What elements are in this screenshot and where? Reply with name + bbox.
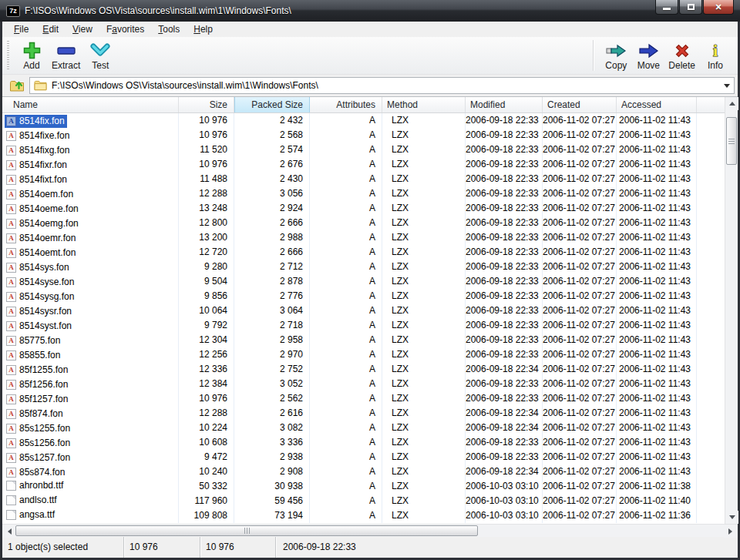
- close-button[interactable]: ✕: [703, 0, 734, 15]
- table-row[interactable]: A85855.fon12 2562 970ALZX2006-09-18 22:3…: [2, 347, 725, 362]
- file-entry[interactable]: A85s1256.fon: [5, 437, 72, 450]
- column-header-attr[interactable]: Attributes: [310, 97, 382, 112]
- menu-item-help[interactable]: Help: [187, 22, 220, 37]
- file-entry[interactable]: A8514syse.fon: [5, 276, 76, 289]
- file-entry[interactable]: A8514fixr.fon: [5, 159, 69, 172]
- menu-item-tools[interactable]: Tools: [151, 22, 187, 37]
- address-dropdown-icon[interactable]: [724, 84, 730, 88]
- table-row[interactable]: A85f874.fon12 2882 616ALZX2006-09-18 22:…: [2, 406, 725, 421]
- table-row[interactable]: A8514sys.fon9 2802 712ALZX2006-09-18 22:…: [2, 260, 725, 274]
- table-row[interactable]: A8514syse.fon9 5042 878ALZX2006-09-18 22…: [2, 274, 725, 289]
- file-entry[interactable]: ahronbd.ttf: [5, 479, 66, 492]
- vertical-scroll-thumb[interactable]: [726, 117, 737, 165]
- add-button[interactable]: Add: [15, 39, 48, 72]
- table-row[interactable]: angsa.ttf109 80873 194ALZX2006-10-03 03:…: [2, 508, 725, 523]
- file-entry[interactable]: A8514syst.fon: [5, 320, 74, 333]
- copy-button[interactable]: Copy: [600, 39, 632, 72]
- title-bar[interactable]: 7z F:\ISOs\Windows OS\Vista\sources\inst…: [0, 0, 740, 22]
- scroll-left-button[interactable]: [3, 525, 16, 538]
- cell-created: 2006-11-02 07:27: [543, 494, 617, 508]
- table-row[interactable]: A85f1256.fon12 3843 052ALZX2006-09-18 22…: [2, 377, 725, 391]
- file-entry[interactable]: A85775.fon: [5, 334, 62, 347]
- file-entry[interactable]: A8514fixg.fon: [5, 144, 72, 157]
- vertical-scrollbar[interactable]: [725, 97, 738, 524]
- scroll-down-button[interactable]: [725, 511, 738, 524]
- table-row[interactable]: A8514oemt.fon12 7202 666ALZX2006-09-18 2…: [2, 245, 725, 260]
- delete-button[interactable]: Delete: [664, 39, 699, 72]
- cell-attr: A: [310, 377, 382, 391]
- file-entry[interactable]: A8514oemr.fon: [5, 232, 78, 245]
- file-entry[interactable]: A85f874.fon: [5, 407, 66, 421]
- address-combo[interactable]: F:\ISOs\Windows OS\Vista\sources\install…: [29, 77, 735, 94]
- maximize-button[interactable]: [679, 0, 702, 15]
- file-entry[interactable]: A8514fixt.fon: [5, 173, 69, 186]
- table-row[interactable]: A8514sysg.fon9 8562 776ALZX2006-09-18 22…: [2, 289, 725, 303]
- file-entry[interactable]: A8514sysg.fon: [5, 290, 76, 303]
- file-entry[interactable]: A8514sysr.fon: [5, 305, 74, 318]
- menu-item-view[interactable]: View: [66, 22, 99, 37]
- table-row[interactable]: A8514fixe.fon10 9762 568ALZX2006-09-18 2…: [2, 128, 725, 143]
- extract-button[interactable]: Extract: [48, 39, 84, 72]
- table-row[interactable]: A85f1257.fon10 9762 562ALZX2006-09-18 22…: [2, 391, 725, 406]
- file-entry[interactable]: A8514oeme.fon: [5, 203, 81, 216]
- test-button[interactable]: Test: [84, 39, 116, 72]
- column-header-packed[interactable]: Packed Size: [234, 97, 310, 112]
- table-row[interactable]: A8514sysr.fon10 0643 064ALZX2006-09-18 2…: [2, 303, 725, 318]
- file-entry[interactable]: A8514fixe.fon: [5, 129, 72, 143]
- table-row[interactable]: A8514fix.fon10 9762 432ALZX2006-09-18 22…: [2, 113, 725, 128]
- table-row[interactable]: A85s1255.fon10 2243 082ALZX2006-09-18 22…: [2, 421, 725, 435]
- move-button[interactable]: Move: [632, 39, 664, 72]
- file-entry[interactable]: A8514oem.fon: [5, 188, 76, 201]
- file-entry[interactable]: A85f1256.fon: [5, 378, 70, 391]
- file-entry[interactable]: andlso.ttf: [5, 494, 59, 507]
- menu-item-edit[interactable]: Edit: [35, 22, 66, 37]
- table-row[interactable]: A8514oem.fon12 2883 056ALZX2006-09-18 22…: [2, 186, 725, 201]
- column-header-method[interactable]: Method: [382, 97, 466, 112]
- cell-accessed: 2006-11-02 11:36: [617, 508, 697, 523]
- cell-size: 13 200: [179, 230, 234, 245]
- scroll-up-button[interactable]: [725, 97, 738, 110]
- cell-size: 10 976: [179, 157, 234, 172]
- table-row[interactable]: A8514fixr.fon10 9762 676ALZX2006-09-18 2…: [2, 157, 725, 172]
- info-button[interactable]: i Info: [699, 39, 732, 72]
- column-header-accessed[interactable]: Accessed: [617, 97, 697, 112]
- table-row[interactable]: A85s1257.fon9 4722 938ALZX2006-09-18 22:…: [2, 450, 725, 464]
- file-entry[interactable]: A8514oemg.fon: [5, 217, 81, 230]
- table-row[interactable]: A85775.fon12 3042 958ALZX2006-09-18 22:3…: [2, 333, 725, 347]
- table-row[interactable]: A85s1256.fon10 6083 336ALZX2006-09-18 22…: [2, 435, 725, 450]
- file-entry[interactable]: A85855.fon: [5, 349, 62, 362]
- file-entry[interactable]: A85s1257.fon: [5, 451, 72, 464]
- menu-item-file[interactable]: File: [7, 22, 35, 37]
- cell-method: LZX: [382, 494, 466, 508]
- table-row[interactable]: andlso.ttf117 96059 456ALZX2006-10-03 03…: [2, 494, 725, 508]
- file-entry[interactable]: A85s874.fon: [5, 466, 67, 479]
- table-row[interactable]: A8514fixt.fon11 4882 430ALZX2006-09-18 2…: [2, 172, 725, 186]
- table-row[interactable]: A8514fixg.fon11 5202 574ALZX2006-09-18 2…: [2, 143, 725, 157]
- file-entry[interactable]: A8514sys.fon: [5, 261, 72, 274]
- cell-created: 2006-11-02 07:27: [543, 318, 617, 333]
- horizontal-scroll-thumb[interactable]: [15, 525, 478, 536]
- file-entry[interactable]: A85f1257.fon: [5, 393, 70, 406]
- scroll-right-button[interactable]: [724, 525, 737, 538]
- up-level-button[interactable]: [6, 77, 27, 95]
- table-row[interactable]: A8514oeme.fon13 2482 924ALZX2006-09-18 2…: [2, 201, 725, 216]
- toolbar-grip[interactable]: [7, 41, 9, 70]
- file-entry[interactable]: A8514oemt.fon: [5, 246, 78, 260]
- table-row[interactable]: A8514syst.fon9 7922 718ALZX2006-09-18 22…: [2, 318, 725, 333]
- column-header-created[interactable]: Created: [543, 97, 617, 112]
- table-row[interactable]: A85f1255.fon12 3362 752ALZX2006-09-18 22…: [2, 362, 725, 377]
- table-row[interactable]: A8514oemg.fon12 8002 666ALZX2006-09-18 2…: [2, 216, 725, 230]
- table-row[interactable]: ahronbd.ttf50 33230 938ALZX2006-10-03 03…: [2, 479, 725, 494]
- table-row[interactable]: A85s874.fon10 2402 908ALZX2006-09-18 22:…: [2, 464, 725, 479]
- column-header-name[interactable]: Name: [2, 97, 179, 112]
- file-entry[interactable]: angsa.ttf: [5, 508, 57, 521]
- selected-file[interactable]: A8514fix.fon: [5, 115, 67, 128]
- file-entry[interactable]: A85s1255.fon: [5, 422, 72, 435]
- column-header-size[interactable]: Size: [179, 97, 234, 112]
- menu-item-favorites[interactable]: Favorites: [99, 22, 151, 37]
- minimize-button[interactable]: [655, 0, 678, 15]
- table-row[interactable]: A8514oemr.fon13 2002 988ALZX2006-09-18 2…: [2, 230, 725, 245]
- horizontal-scrollbar[interactable]: [2, 524, 738, 537]
- column-header-modified[interactable]: Modified: [466, 97, 543, 112]
- file-entry[interactable]: A85f1255.fon: [5, 364, 70, 377]
